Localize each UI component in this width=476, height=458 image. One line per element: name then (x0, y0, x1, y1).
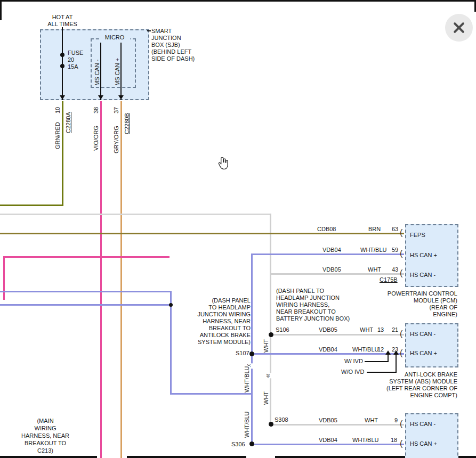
circuit-label: VDB04 (319, 346, 337, 353)
fuse-terminal-dot (60, 53, 64, 57)
circuit-label: CDB08 (317, 226, 336, 233)
wire-color-label: WHT (365, 417, 378, 424)
wht-blu-wire-horizontal-left-a (0, 291, 172, 292)
bottom-border-segment (127, 456, 246, 458)
vdb05-wire-pcm (270, 273, 404, 275)
note-main-harness: (MAIN WIRING HARNESS, NEAR BREAKOUT TO C… (16, 417, 75, 454)
with-ivd-label: W/ IVD (344, 358, 363, 365)
vio-org-wire-vertical (100, 101, 102, 458)
pin-number: 43 (392, 266, 398, 273)
pin-socket-icon: ( (400, 330, 402, 338)
sjb-pin-number: 38 (93, 107, 99, 113)
splice-dot-s308 (269, 422, 273, 427)
without-ivd-arrow (393, 350, 399, 355)
ms-can-plus-label: MS CAN + (114, 58, 120, 86)
junction-dot (169, 303, 173, 307)
pin-socket-icon: ( (400, 228, 402, 237)
connector-label-c175b: C175B (380, 276, 398, 283)
wire-break-icon: » (265, 373, 272, 378)
pcm-pin-feps: FEPS (410, 232, 425, 239)
sjb-title: SMART JUNCTION BOX (SJB) (BEHIND LEFT SI… (151, 28, 215, 62)
top-border (0, 0, 476, 2)
circuit-label: VDB05 (322, 266, 341, 273)
circuit-label: VDB04 (322, 247, 341, 253)
sjb-pin-number: 10 (54, 107, 61, 113)
without-ivd-line (396, 355, 397, 373)
pin-number: 21 (392, 326, 398, 333)
hand-cursor-icon (217, 157, 229, 170)
pcm-pin-hs-can-minus: HS CAN - (410, 272, 435, 279)
pcm-name: POWERTRAIN CONTROL MODULE (PCM) (REAR OF… (373, 290, 457, 318)
abs-box (405, 323, 458, 367)
sjb-title-leader-line (147, 30, 151, 31)
pink-wire-vertical (3, 256, 5, 300)
bottom-border-segment (0, 456, 97, 458)
abs-name: ANTI-LOCK BRAKE SYSTEM (ABS) MODULE (LEF… (368, 371, 457, 399)
sjb-exit-arrow (118, 95, 124, 100)
module3-box (405, 413, 458, 458)
pin-socket-icon: ( (400, 349, 402, 357)
ms-can-minus-label: MS CAN - (94, 60, 100, 86)
wire-color-label: WHT (360, 326, 373, 333)
wire-color-label-grn-red: GRN/RED (54, 122, 61, 149)
splice-dot-s107 (249, 351, 254, 356)
pin-number: 18 (391, 437, 397, 444)
hs-can-minus-wire-vertical (270, 214, 271, 426)
grn-red-wire-vertical (62, 101, 63, 206)
pin-number: 13 (377, 326, 384, 333)
with-ivd-line (388, 355, 389, 362)
abs-pin-hs-can-minus: HS CAN - (410, 331, 435, 338)
ms-can-minus-wire (100, 43, 101, 100)
wire-color-label-wht: WHT (263, 339, 269, 353)
module3-pin-hs-can-plus: HS CAN + (410, 440, 437, 447)
circuit-label: VDB05 (319, 417, 337, 424)
micro-label: MICRO (99, 34, 130, 41)
with-ivd-arrow (385, 350, 391, 355)
vdb05-wire-mod3 (270, 424, 404, 426)
module3-pin-hs-can-minus: HS CAN - (410, 421, 435, 428)
pin-socket-icon: ( (400, 439, 402, 448)
wire-color-label-gry-org: GRY/ORG (113, 126, 119, 153)
circuit-label: VDB04 (319, 437, 337, 444)
wht-wire-horizontal-top (0, 214, 271, 215)
wht-blu-wire-join (170, 393, 253, 395)
splice-label: S106 (276, 326, 289, 333)
splice-label: S306 (231, 441, 245, 448)
pin-number: 12 (377, 346, 384, 353)
note-battery-junction: (DASH PANEL TO HEADLAMP JUNCTION WIRING … (276, 288, 368, 322)
wht-blu-wire-horizontal-left-b (0, 304, 172, 306)
wire-color-label-vio-org: VIO/ORG (93, 126, 99, 151)
splice-label: S107 (236, 350, 249, 357)
vdb04-wire-mod3 (251, 444, 404, 445)
splice-dot-s306 (249, 441, 254, 446)
note-abs-breakout: (DASH PANEL TO HEADLAMP JUNCTION WIRING … (187, 297, 251, 346)
without-ivd-label: W/O IVD (341, 369, 364, 375)
splice-dot-s106 (269, 332, 273, 337)
wiring-diagram-viewer: MICRO HOT AT ALL TIMES FUSE 20 15A SMART… (0, 0, 476, 458)
connector-label-c2280b: C2280B (124, 113, 130, 134)
vdb04-wire-abs (251, 353, 404, 355)
vdb05-wire-abs (270, 334, 404, 336)
pin-number: 9 (394, 417, 398, 424)
hot-at-all-times-label: HOT AT ALL TIMES (45, 14, 80, 28)
abs-pin-hs-can-plus: HS CAN + (410, 350, 437, 357)
fuse-label: FUSE 20 15A (68, 50, 83, 70)
pin-socket-icon: ( (400, 249, 402, 258)
cdb08-brn-wire (0, 233, 404, 234)
wire-color-label-wht-blu: WHT/BLU (244, 366, 250, 393)
sjb-exit-arrow (60, 95, 65, 100)
ms-can-plus-wire (120, 43, 122, 100)
gry-org-wire-vertical (120, 101, 122, 458)
pin-socket-icon: ( (400, 269, 402, 277)
fuse-terminal-dot (60, 64, 64, 68)
left-border (0, 0, 2, 20)
vdb04-wire-pcm (251, 253, 404, 255)
pin-number: 63 (392, 226, 398, 233)
with-ivd-line (365, 361, 388, 362)
wire-color-label: WHT (368, 266, 381, 273)
wire-color-label: WHT/BLU (352, 346, 379, 353)
close-button[interactable] (445, 14, 473, 42)
connector-label-c2280a: C2280A (65, 112, 71, 133)
sjb-exit-arrow (98, 95, 103, 100)
sjb-pin-number: 37 (113, 107, 119, 113)
